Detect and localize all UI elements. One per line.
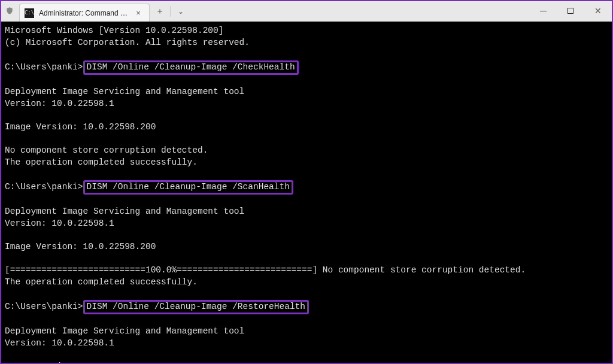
tab-dropdown-button[interactable]: ⌄: [171, 1, 191, 22]
image-version-line-3: Image Version: 10.0.22598.200: [5, 362, 156, 363]
tab-command-prompt[interactable]: C:\ Administrator: Command Prompt ×: [19, 4, 150, 22]
highlight-cmd-checkhealth: DISM /Online /Cleanup-Image /CheckHealth: [83, 60, 299, 75]
prompt-1: C:\Users\panki>DISM /Online /Cleanup-Ima…: [5, 62, 299, 72]
copyright-line: (c) Microsoft Corporation. All rights re…: [5, 38, 250, 47]
dism-version-line: Version: 10.0.22598.1: [5, 99, 114, 108]
tab-close-button[interactable]: ×: [133, 8, 143, 17]
dism-tool-line: Deployment Image Servicing and Managemen…: [5, 87, 244, 96]
close-button[interactable]: ✕: [584, 1, 612, 20]
op-complete-line-1: The operation completed successfully.: [5, 157, 198, 167]
dism-tool-line-2: Deployment Image Servicing and Managemen…: [5, 207, 244, 216]
highlight-cmd-restorehealth: DISM /Online /Cleanup-Image /RestoreHeal…: [83, 300, 309, 314]
image-version-line-2: Image Version: 10.0.22598.200: [5, 242, 156, 251]
titlebar: C:\ Administrator: Command Prompt × ＋ ⌄ …: [1, 1, 612, 22]
cmd-icon: C:\: [25, 8, 34, 18]
window-controls: ✕: [529, 1, 612, 22]
maximize-button[interactable]: [557, 1, 584, 20]
minimize-button[interactable]: [529, 1, 557, 20]
dism-version-line-3: Version: 10.0.22598.1: [5, 338, 114, 348]
terminal-output[interactable]: Microsoft Windows [Version 10.0.22598.20…: [1, 22, 612, 363]
dism-tool-line-3: Deployment Image Servicing and Managemen…: [5, 326, 244, 336]
prompt-3: C:\Users\panki>DISM /Online /Cleanup-Ima…: [5, 302, 309, 311]
os-header-line: Microsoft Windows [Version 10.0.22598.20…: [5, 26, 223, 35]
dism-version-line-2: Version: 10.0.22598.1: [5, 219, 114, 228]
highlight-cmd-scanhealth: DISM /Online /Cleanup-Image /ScanHealth: [83, 180, 293, 195]
op-complete-line-2: The operation completed successfully.: [5, 277, 198, 287]
shield-icon: [5, 6, 14, 16]
tab-title: Administrator: Command Prompt: [39, 9, 129, 17]
new-tab-button[interactable]: ＋: [150, 1, 170, 22]
image-version-line: Image Version: 10.0.22598.200: [5, 122, 156, 132]
no-corruption-line: No component store corruption detected.: [5, 145, 208, 155]
progress-scan-line: [==========================100.0%=======…: [5, 265, 526, 275]
prompt-2: C:\Users\panki>DISM /Online /Cleanup-Ima…: [5, 182, 293, 192]
titlebar-left: C:\ Administrator: Command Prompt × ＋ ⌄: [1, 1, 191, 22]
